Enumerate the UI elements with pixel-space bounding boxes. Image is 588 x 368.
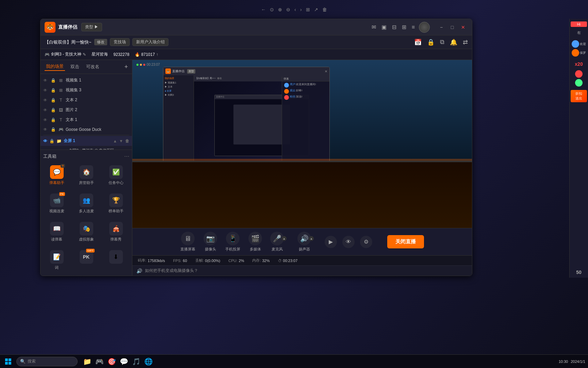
- video-icon: ⊞: [58, 78, 64, 83]
- tool-label: 虚拟形象: [79, 237, 94, 242]
- os-back-icon[interactable]: ←: [261, 7, 266, 12]
- layer-item-fullscreen[interactable]: 👁 🔒 📁 全屏 1 ▲ ▼ 🗑: [40, 136, 132, 146]
- calendar-icon[interactable]: 📅: [414, 39, 422, 46]
- tool-room[interactable]: 🏠 房管助手: [73, 163, 100, 188]
- layer-item-source[interactable]: 👁 🔒 📟 剑网3 - 梦江南 @ 电信五区(点卡区): [40, 146, 132, 150]
- ctrl-mic[interactable]: 🎤 ▲ 麦克风: [270, 232, 284, 252]
- tool-read[interactable]: 📖 读弹幕: [43, 219, 70, 245]
- tool-task[interactable]: ✅ 任务中心: [102, 163, 129, 188]
- tab-my-scenes[interactable]: 我的场景: [45, 63, 65, 71]
- tool-video-link[interactable]: 📹 PK 视频连麦: [43, 191, 70, 216]
- tab-rename[interactable]: 可改名: [85, 63, 101, 71]
- discount-badge[interactable]: 折扣送出: [571, 90, 587, 102]
- layer-name: 文本 1: [66, 117, 129, 123]
- new-user-button[interactable]: 新用户入场介绍: [132, 38, 168, 46]
- preview-info-text: 00:23:07: [147, 63, 160, 66]
- os-nav-right-icon[interactable]: ›: [300, 7, 302, 12]
- mail-icon[interactable]: ✉: [372, 24, 376, 30]
- eye-icon: 👁: [43, 88, 49, 93]
- taskbar-app-chat[interactable]: 💬: [118, 356, 129, 367]
- rank-icon: 🏆: [112, 197, 120, 204]
- maximize-button[interactable]: □: [447, 24, 457, 31]
- ctrl-camera[interactable]: 📷 摄像头: [203, 232, 217, 252]
- os-share-icon[interactable]: ↗: [314, 7, 318, 12]
- tab-double-click[interactable]: 双击: [69, 63, 81, 71]
- tool-label: 词: [55, 265, 59, 270]
- right-chat-items: 欢迎 保罗: [572, 40, 586, 58]
- go-live-button[interactable]: 关闭直播: [387, 235, 424, 248]
- mic-label: 麦克风: [272, 247, 283, 252]
- layer-item-image2[interactable]: 👁 🔒 🖼 图片 2: [40, 105, 132, 115]
- ctrl-media[interactable]: 🎬 多媒体: [248, 232, 262, 252]
- tool-rank[interactable]: 🏆 榜单助手: [102, 191, 129, 216]
- fans-count: 9232278: [113, 52, 129, 57]
- monitor-icon[interactable]: ⊟: [392, 24, 396, 30]
- ctrl-play-button[interactable]: ▶: [325, 236, 337, 248]
- tool-grid: 💬 ⚙ 弹幕助手 🏠 房管助手 ✅: [43, 163, 129, 273]
- type-button[interactable]: 类型 ▶: [81, 23, 102, 31]
- tool-bomb-show[interactable]: 🎪 弹幕秀: [102, 219, 129, 245]
- minimize-button[interactable]: −: [437, 24, 446, 31]
- ctrl-settings-button[interactable]: ⚙: [360, 236, 372, 248]
- tool-pk-gift[interactable]: PK GIFT: [73, 247, 100, 273]
- svg-rect-1: [9, 358, 11, 361]
- menu-icon[interactable]: ≡: [412, 24, 415, 30]
- explorer-icon: 📁: [83, 357, 92, 366]
- close-button[interactable]: ✕: [458, 24, 468, 31]
- record-icon[interactable]: ▣: [381, 24, 387, 30]
- tool-word[interactable]: 📝 词: [43, 247, 70, 273]
- mem-value: 32%: [262, 259, 270, 263]
- os-zoom-out-icon[interactable]: ⊖: [286, 7, 290, 12]
- taskbar-app-game2[interactable]: 🎯: [106, 356, 117, 367]
- add-scene-button[interactable]: +: [124, 63, 128, 71]
- taskbar-search[interactable]: 🔍 搜索: [16, 357, 78, 366]
- game-edit-icon[interactable]: ✎: [83, 52, 86, 57]
- toolbox-more-button[interactable]: ···: [124, 153, 129, 160]
- start-button[interactable]: [3, 356, 14, 367]
- os-refresh-icon[interactable]: ⊙: [270, 7, 274, 12]
- layer-item-goose[interactable]: 👁 🔒 🎮 Goose Goose Duck: [40, 125, 132, 134]
- delete-icon[interactable]: 🗑: [125, 139, 129, 143]
- os-delete-icon[interactable]: 🗑: [322, 7, 327, 12]
- hi-badge[interactable]: Hi: [571, 21, 587, 27]
- os-nav-left-icon[interactable]: ‹: [294, 7, 296, 12]
- right-avatar2: [572, 49, 579, 57]
- inner-type-btn: 类型: [187, 69, 195, 74]
- ctrl-side-buttons: ▶ 👁 ⚙: [325, 236, 372, 248]
- edit-title-button[interactable]: 修改: [94, 39, 107, 45]
- image-icon: 🖼: [58, 107, 64, 113]
- tool-danmu[interactable]: 💬 ⚙ 弹幕助手: [43, 163, 70, 188]
- os-zoom-icon[interactable]: ⊕: [278, 7, 282, 12]
- up-icon[interactable]: ▲: [113, 139, 117, 143]
- layer-item-video1[interactable]: 👁 🔒 ⊞ 视频集 1: [40, 75, 132, 85]
- share-icon[interactable]: ⇄: [463, 39, 468, 46]
- danmu-icon: 💬: [53, 168, 61, 176]
- os-window-icon[interactable]: ⊞: [306, 7, 310, 12]
- bell-icon[interactable]: 🔔: [450, 39, 457, 46]
- tool-multi-link[interactable]: 👥 多人连麦: [73, 191, 100, 216]
- filter-icon[interactable]: ⊞: [402, 24, 406, 30]
- layer-item-text2[interactable]: 👁 🔒 T 文本 2: [40, 95, 132, 105]
- tool-download[interactable]: ⬇: [102, 247, 129, 273]
- taskbar-app-explorer[interactable]: 📁: [82, 356, 93, 367]
- layer-item-text1[interactable]: 👁 🔒 T 文本 1: [40, 115, 132, 125]
- category-button[interactable]: 竞技场: [110, 38, 130, 46]
- chat-icon: 💬: [120, 357, 128, 366]
- ctrl-phone-screen[interactable]: 📱 手机投屏: [225, 232, 240, 252]
- ctrl-screen-cast[interactable]: 🖥 直播屏幕: [180, 232, 195, 252]
- bottom-controls: 🖥 直播屏幕 📷 摄像头 📱 手机投屏: [132, 228, 472, 255]
- taskbar-app-browser[interactable]: 🌐: [143, 356, 154, 367]
- tool-virtual[interactable]: 🎭 虚拟形象: [73, 219, 100, 245]
- speaker-arrow-icon[interactable]: ▲: [309, 236, 314, 241]
- taskbar-app-game1[interactable]: 🎮: [94, 356, 105, 367]
- ctrl-speaker[interactable]: 🔊 ▲ 扬声器: [297, 232, 311, 252]
- ctrl-eye-button[interactable]: 👁: [342, 236, 355, 248]
- layers-icon[interactable]: ⧉: [440, 39, 444, 46]
- lock-icon[interactable]: 🔒: [427, 39, 435, 46]
- mic-arrow-icon[interactable]: ▲: [282, 236, 287, 241]
- down-icon[interactable]: ▼: [119, 139, 123, 143]
- fullscreen-label: 全屏 1: [64, 138, 75, 144]
- layer-item-video3[interactable]: 👁 🔒 ⊞ 视频集 3: [40, 85, 132, 95]
- taskbar-app-media[interactable]: 🎵: [131, 356, 142, 367]
- user-avatar[interactable]: [419, 22, 430, 33]
